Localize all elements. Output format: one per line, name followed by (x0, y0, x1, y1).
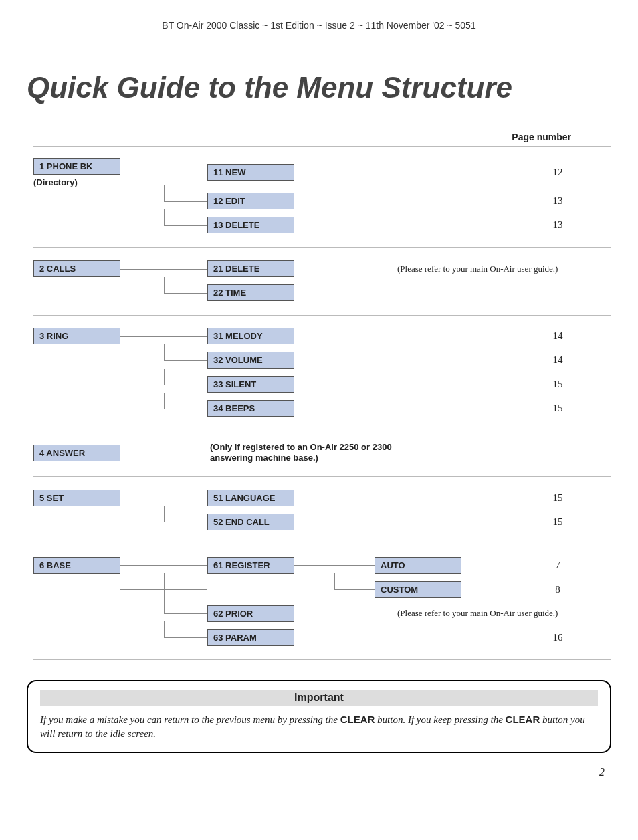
menu-group-ring: 3 RING 31 MELODY 14 32 VOLUME 14 33 SILE… (33, 316, 611, 431)
page-ref: 14 (504, 330, 611, 342)
menu-item-set: 5 SET (33, 490, 120, 506)
menu-item-ring: 3 RING (33, 328, 120, 344)
refer-note: (Please refer to your main On-Air user g… (397, 264, 611, 274)
important-body: If you make a mistake you can return to … (40, 712, 598, 741)
menu-group-phonebk: 1 PHONE BK (Directory) 11 NEW 12 12 EDIT… (33, 147, 611, 248)
menu-group-base: 6 BASE 61 REGISTER AUTO 7 CUSTOM 8 62 PR… (33, 544, 611, 660)
menu-item-param: 63 PARAM (207, 629, 294, 646)
menu-sub-label: (Directory) (33, 177, 120, 187)
important-title: Important (40, 690, 598, 706)
page-number: 2 (27, 766, 611, 778)
important-text: If you make a mistake you can return to … (40, 714, 340, 725)
column-header-row: Page number (33, 132, 611, 147)
menu-group-calls: 2 CALLS 21 DELETE (Please refer to your … (33, 248, 611, 316)
page-number-header: Page number (512, 132, 611, 142)
menu-item-phonebk: 1 PHONE BK (33, 158, 120, 175)
important-text: button. If you keep pressing the (377, 714, 505, 725)
refer-note: (Please refer to your main On-Air user g… (397, 608, 611, 619)
menu-item-base: 6 BASE (33, 557, 120, 574)
menu-item-melody: 31 MELODY (207, 328, 294, 344)
page-ref: 8 (504, 584, 611, 595)
page-ref: 15 (504, 492, 611, 504)
menu-item-volume: 32 VOLUME (207, 352, 294, 369)
important-callout: Important If you make a mistake you can … (27, 680, 611, 753)
menu-item-auto: AUTO (375, 557, 461, 574)
menu-item-delete: 13 DELETE (207, 217, 294, 233)
clear-keyword: CLEAR (506, 714, 540, 725)
page-title: Quick Guide to the Menu Structure (27, 71, 611, 105)
page-ref: 13 (504, 195, 611, 207)
menu-item-calls: 2 CALLS (33, 260, 120, 277)
menu-item-new: 11 NEW (207, 164, 294, 181)
answer-note: (Only if registered to an On-Air 2250 or… (210, 442, 424, 465)
page-ref: 12 (504, 167, 611, 178)
menu-item-custom: CUSTOM (375, 581, 461, 598)
menu-item-calls-delete: 21 DELETE (207, 260, 294, 277)
clear-keyword: CLEAR (340, 714, 375, 725)
menu-structure: Page number 1 PHONE BK (Directory) 11 NE… (33, 132, 611, 661)
menu-item-language: 51 LANGUAGE (207, 490, 294, 506)
menu-item-silent: 33 SILENT (207, 376, 294, 393)
menu-group-answer: 4 ANSWER (Only if registered to an On-Ai… (33, 431, 611, 478)
document-header: BT On-Air 2000 Classic ~ 1st Edition ~ I… (27, 20, 611, 31)
page-ref: 15 (504, 379, 611, 390)
menu-group-set: 5 SET 51 LANGUAGE 15 52 END CALL 15 (33, 477, 611, 544)
page-ref: 7 (504, 560, 611, 571)
menu-item-answer: 4 ANSWER (33, 445, 120, 461)
menu-item-prior: 62 PRIOR (207, 605, 294, 622)
page-ref: 16 (504, 632, 611, 643)
menu-item-register: 61 REGISTER (207, 557, 294, 574)
menu-item-endcall: 52 END CALL (207, 514, 294, 530)
page-ref: 15 (504, 403, 611, 414)
menu-item-beeps: 34 BEEPS (207, 400, 294, 417)
menu-item-time: 22 TIME (207, 284, 294, 301)
page-ref: 13 (504, 219, 611, 231)
menu-item-edit: 12 EDIT (207, 193, 294, 209)
page-ref: 14 (504, 354, 611, 366)
page-ref: 15 (504, 516, 611, 528)
